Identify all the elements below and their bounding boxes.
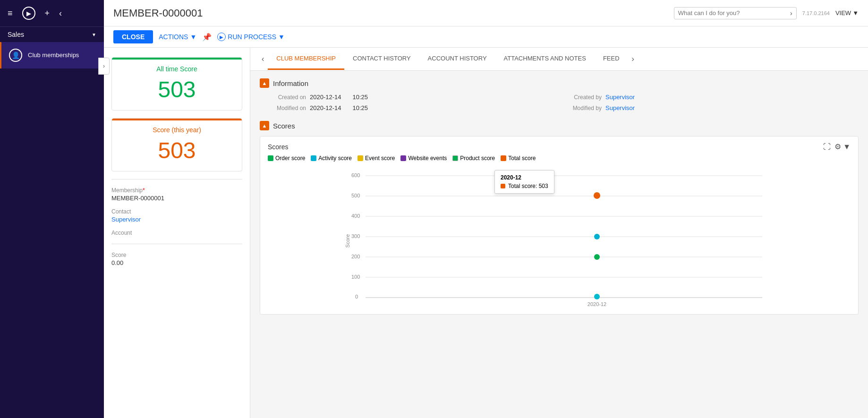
- sidebar-module-row[interactable]: Sales ▼: [0, 26, 104, 42]
- legend-activity-score: Activity score: [311, 155, 352, 162]
- actions-button[interactable]: ACTIONS ▼: [159, 33, 196, 41]
- sidebar-module-label: Sales: [8, 31, 24, 38]
- sidebar-item-club-memberships[interactable]: 👤 Club memberships: [0, 42, 104, 68]
- tab-club-membership[interactable]: CLUB MEMBERSHIP: [268, 48, 344, 70]
- modified-on-row: Modified on 2020-12-14 10:25: [264, 104, 559, 111]
- scores-chart[interactable]: 0 100 200 300 400 500 600 Score: [268, 165, 851, 307]
- club-memberships-icon: 👤: [9, 49, 22, 62]
- version-text: 7.17.0.2164: [802, 10, 830, 16]
- pin-icon[interactable]: 📌: [202, 33, 212, 42]
- scores-section-title: Scores: [273, 122, 295, 130]
- membership-label: Membership*: [111, 187, 242, 194]
- this-year-score-card: Score (this year) 503: [111, 118, 242, 171]
- contact-field: Contact Supervisor: [111, 208, 242, 223]
- tab-prev-button[interactable]: ‹: [258, 48, 268, 70]
- score-field: Score 0.00: [111, 252, 242, 266]
- created-on-label: Created on: [264, 94, 306, 101]
- legend-website-events: Website events: [400, 155, 447, 162]
- contact-label: Contact: [111, 208, 242, 215]
- svg-text:300: 300: [351, 233, 360, 239]
- contact-value[interactable]: Supervisor: [111, 216, 242, 223]
- scores-section-header: ▲ Scores: [260, 121, 859, 130]
- tab-content: ▲ Information Created on 2020-12-14 10:2…: [250, 71, 868, 418]
- svg-text:200: 200: [351, 254, 360, 259]
- tab-next-button[interactable]: ›: [628, 48, 638, 70]
- plus-icon[interactable]: +: [45, 9, 50, 18]
- created-by-row: Created by Supervisor: [559, 94, 855, 101]
- chart-header: Scores ⛶ ⚙ ▼: [268, 142, 851, 151]
- run-process-play-icon: ▶: [217, 33, 226, 41]
- chart-title: Scores: [268, 143, 289, 151]
- header-right: › 7.17.0.2164 VIEW ▼: [674, 7, 859, 19]
- tab-account-history[interactable]: ACCOUNT HISTORY: [419, 48, 495, 70]
- page-title: MEMBER-0000001: [113, 7, 203, 19]
- modified-by-label: Modified by: [559, 105, 602, 111]
- legend-product-score: Product score: [452, 155, 495, 162]
- search-arrow-icon: ›: [790, 9, 792, 17]
- run-process-button[interactable]: ▶ RUN PROCESS ▼: [217, 33, 285, 41]
- play-icon[interactable]: ▶: [22, 7, 35, 20]
- sidebar-item-label: Club memberships: [28, 51, 79, 60]
- legend-event-score: Event score: [357, 155, 395, 162]
- search-input[interactable]: [678, 9, 790, 17]
- created-on-time: 10:25: [353, 94, 368, 101]
- activity-score-label: Activity score: [318, 155, 352, 162]
- tab-contact-history[interactable]: CONTACT HISTORY: [344, 48, 419, 70]
- modified-on-label: Modified on: [264, 105, 306, 111]
- all-time-score-label: All time Score: [119, 65, 234, 73]
- tab-attachments-notes[interactable]: ATTACHMENTS AND NOTES: [495, 48, 595, 70]
- sidebar-topbar: ≡ ▶ + ‹: [0, 0, 104, 26]
- legend-order-score: Order score: [268, 155, 305, 162]
- information-toggle[interactable]: ▲: [260, 78, 269, 88]
- sidebar: ≡ ▶ + ‹ Sales ▼ 👤 Club memberships: [0, 0, 104, 418]
- body-layout: All time Score 503 Score (this year) 503…: [104, 48, 868, 418]
- product-score-point: [594, 254, 600, 260]
- actions-dropdown-icon: ▼: [190, 33, 196, 41]
- svg-text:400: 400: [351, 213, 360, 219]
- score-label: Score: [111, 252, 242, 258]
- modified-on-time: 10:25: [353, 104, 368, 111]
- event-score-label: Event score: [365, 155, 395, 162]
- this-year-score-value: 503: [119, 137, 234, 163]
- information-section-title: Information: [273, 79, 308, 87]
- order-score-dot: [268, 155, 273, 161]
- close-button[interactable]: CLOSE: [113, 30, 153, 43]
- order-score-point: [594, 294, 600, 299]
- search-box[interactable]: ›: [674, 7, 797, 19]
- information-section-header: ▲ Information: [260, 78, 859, 88]
- website-events-label: Website events: [408, 155, 447, 162]
- hamburger-icon[interactable]: ≡: [8, 9, 13, 18]
- total-score-point: [594, 192, 600, 199]
- this-year-score-label: Score (this year): [119, 126, 234, 134]
- account-field: Account: [111, 230, 242, 236]
- chart-expand-button[interactable]: ⛶: [823, 142, 831, 151]
- tab-feed[interactable]: FEED: [595, 48, 628, 70]
- left-panel: All time Score 503 Score (this year) 503…: [104, 48, 250, 418]
- created-by-value[interactable]: Supervisor: [605, 94, 635, 101]
- chart-settings-button[interactable]: ⚙ ▼: [834, 142, 851, 151]
- view-button[interactable]: VIEW ▼: [835, 9, 859, 17]
- order-score-label: Order score: [275, 155, 305, 162]
- chart-svg-wrapper: 0 100 200 300 400 500 600 Score: [268, 165, 851, 308]
- back-icon[interactable]: ‹: [59, 9, 62, 18]
- modified-by-row: Modified by Supervisor: [559, 104, 855, 111]
- score-value: 0.00: [111, 259, 242, 266]
- modified-on-date: 2020-12-14: [310, 104, 341, 111]
- main-content: MEMBER-0000001 › 7.17.0.2164 VIEW ▼ CLOS…: [104, 0, 868, 418]
- modified-by-value[interactable]: Supervisor: [605, 104, 635, 111]
- created-by-label: Created by: [559, 94, 602, 101]
- product-score-dot: [452, 155, 458, 161]
- product-score-label: Product score: [460, 155, 495, 162]
- activity-score-dot: [311, 155, 316, 161]
- account-label: Account: [111, 230, 242, 236]
- scores-toggle[interactable]: ▲: [260, 121, 269, 130]
- collapse-sidebar-button[interactable]: ›: [98, 58, 110, 75]
- membership-field: Membership* MEMBER-0000001: [111, 187, 242, 202]
- chart-actions: ⛶ ⚙ ▼: [823, 142, 851, 151]
- svg-text:0: 0: [355, 294, 358, 299]
- legend-total-score: Total score: [501, 155, 536, 162]
- activity-score-point: [594, 234, 600, 239]
- svg-text:100: 100: [351, 274, 360, 280]
- svg-text:2020-12: 2020-12: [587, 301, 606, 307]
- svg-text:500: 500: [351, 193, 360, 198]
